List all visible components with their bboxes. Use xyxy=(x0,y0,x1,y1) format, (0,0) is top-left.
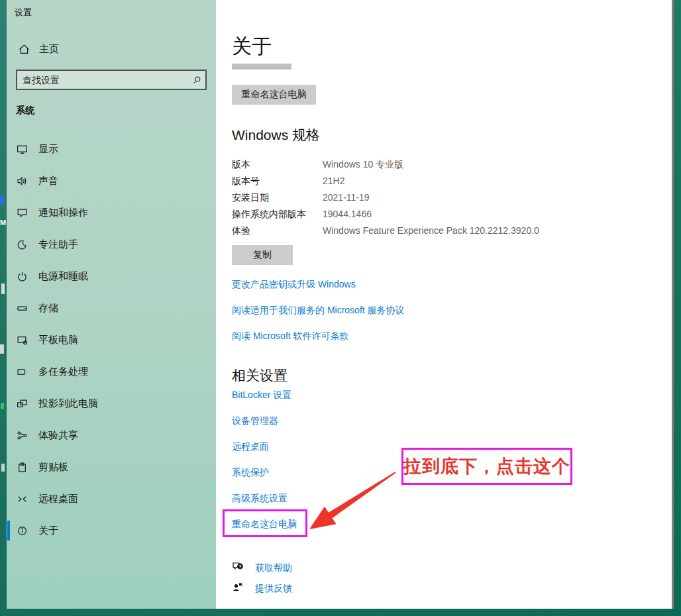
spec-value: Windows 10 专业版 xyxy=(323,156,539,173)
sidebar-item-label: 剪贴板 xyxy=(38,461,68,474)
get-help-label: 获取帮助 xyxy=(255,562,292,574)
tablet-icon xyxy=(17,334,28,346)
spec-value: Windows Feature Experience Pack 120.2212… xyxy=(323,223,539,239)
desktop-icon-fragment xyxy=(1,403,4,409)
sidebar-item-notifications[interactable]: 通知和操作 xyxy=(7,197,216,229)
title-underline-bar xyxy=(232,64,291,70)
power-icon xyxy=(17,271,28,282)
focus-assist-icon xyxy=(17,239,28,250)
sidebar-item-clipboard[interactable]: 剪贴板 xyxy=(7,451,216,483)
sidebar-item-label: 通知和操作 xyxy=(38,207,88,219)
sidebar-item-storage[interactable]: 存储 xyxy=(7,292,216,324)
get-help-icon: ? xyxy=(232,560,244,576)
spec-table: 版本 Windows 10 专业版 版本号 21H2 安装日期 2021-11-… xyxy=(232,156,539,239)
sidebar-item-label: 多任务处理 xyxy=(38,366,88,378)
display-icon xyxy=(17,144,28,155)
settings-search[interactable] xyxy=(16,70,207,90)
sidebar-item-label: 显示 xyxy=(38,143,58,156)
notifications-icon xyxy=(17,207,28,219)
spec-label: 安装日期 xyxy=(232,189,323,206)
spec-label: 版本 xyxy=(232,156,323,173)
remote-desktop-link[interactable]: 远程桌面 xyxy=(232,441,269,453)
system-protection-link[interactable]: 系统保护 xyxy=(232,467,269,479)
sidebar: 设置 主页 系统 显示 xyxy=(7,0,216,609)
sidebar-item-label: 关于 xyxy=(38,525,58,537)
feedback-row[interactable]: 提供反馈 xyxy=(232,581,292,596)
sidebar-item-home[interactable]: 主页 xyxy=(15,40,63,58)
windows-spec-heading: Windows 规格 xyxy=(232,126,320,144)
advanced-system-settings-link[interactable]: 高级系统设置 xyxy=(232,493,288,505)
desktop: M 设置 主页 系统 xyxy=(0,0,681,616)
desktop-icon-fragment xyxy=(0,195,4,205)
sidebar-item-label: 平板电脑 xyxy=(38,334,78,346)
sidebar-item-remote-desktop[interactable]: 远程桌面 xyxy=(7,483,216,515)
feedback-icon xyxy=(232,581,244,596)
multitasking-icon xyxy=(17,366,28,378)
annotation-highlight-box xyxy=(223,509,307,537)
sidebar-section-title: 系统 xyxy=(16,105,34,117)
sound-icon xyxy=(17,176,28,187)
sidebar-item-shared-experiences[interactable]: 体验共享 xyxy=(7,419,216,451)
annotation-callout: 拉到底下，点击这个 xyxy=(401,448,572,485)
sidebar-item-label: 体验共享 xyxy=(38,429,78,442)
sidebar-item-projecting[interactable]: 投影到此电脑 xyxy=(7,387,216,419)
get-help-row[interactable]: ? 获取帮助 xyxy=(232,560,292,576)
sidebar-item-label: 电源和睡眠 xyxy=(38,270,88,283)
spec-label: 体验 xyxy=(232,223,323,239)
spec-value: 19044.1466 xyxy=(323,206,539,223)
bitlocker-settings-link[interactable]: BitLocker 设置 xyxy=(232,389,291,401)
sidebar-item-focus-assist[interactable]: 专注助手 xyxy=(7,229,216,260)
projecting-icon xyxy=(17,398,28,409)
clipboard-icon xyxy=(17,462,28,473)
home-icon xyxy=(19,44,30,55)
desktop-icon-fragment: M xyxy=(0,219,7,228)
spec-value: 21H2 xyxy=(323,173,539,189)
device-manager-link[interactable]: 设备管理器 xyxy=(232,415,278,427)
shared-experiences-icon xyxy=(17,430,28,441)
search-input[interactable] xyxy=(17,75,188,85)
app-title: 设置 xyxy=(15,7,32,19)
spec-label: 操作系统内部版本 xyxy=(232,206,323,223)
sidebar-item-display[interactable]: 显示 xyxy=(7,133,216,165)
feedback-label: 提供反馈 xyxy=(255,583,292,595)
sidebar-home-label: 主页 xyxy=(39,43,59,56)
rename-pc-button[interactable]: 重命名这台电脑 xyxy=(232,85,316,105)
sidebar-item-multitasking[interactable]: 多任务处理 xyxy=(7,356,216,387)
sidebar-item-label: 存储 xyxy=(38,302,58,315)
sidebar-item-sound[interactable]: 声音 xyxy=(7,165,216,197)
related-settings-heading: 相关设置 xyxy=(232,366,288,385)
sidebar-item-label: 声音 xyxy=(38,175,58,187)
change-product-key-link[interactable]: 更改产品密钥或升级 Windows xyxy=(232,279,356,291)
copy-button[interactable]: 复制 xyxy=(232,245,293,265)
desktop-icon-fragment xyxy=(1,464,5,472)
about-icon xyxy=(17,525,28,537)
license-terms-link[interactable]: 阅读 Microsoft 软件许可条款 xyxy=(232,331,349,342)
services-agreement-link[interactable]: 阅读适用于我们服务的 Microsoft 服务协议 xyxy=(232,305,405,317)
selected-indicator xyxy=(7,521,10,540)
desktop-icon-fragment xyxy=(0,344,4,354)
search-icon[interactable] xyxy=(188,75,205,85)
spec-label: 版本号 xyxy=(232,173,323,189)
annotation-callout-text: 拉到底下，点击这个 xyxy=(403,454,570,478)
sidebar-item-about[interactable]: 关于 xyxy=(7,515,216,546)
sidebar-item-power-sleep[interactable]: 电源和睡眠 xyxy=(7,260,216,292)
sidebar-item-tablet[interactable]: 平板电脑 xyxy=(7,324,216,356)
storage-icon xyxy=(17,303,28,314)
sidebar-item-label: 投影到此电脑 xyxy=(38,397,98,410)
spec-value: 2021-11-19 xyxy=(323,189,539,206)
svg-text:?: ? xyxy=(238,564,242,570)
desktop-icon-fragment xyxy=(1,283,5,294)
sidebar-item-label: 远程桌面 xyxy=(38,493,78,505)
sidebar-item-label: 专注助手 xyxy=(38,238,78,251)
page-title: 关于 xyxy=(232,33,272,60)
settings-window: 设置 主页 系统 显示 xyxy=(7,0,674,609)
remote-desktop-icon xyxy=(17,493,28,505)
sidebar-nav: 显示 声音 通知和操作 xyxy=(7,133,216,546)
